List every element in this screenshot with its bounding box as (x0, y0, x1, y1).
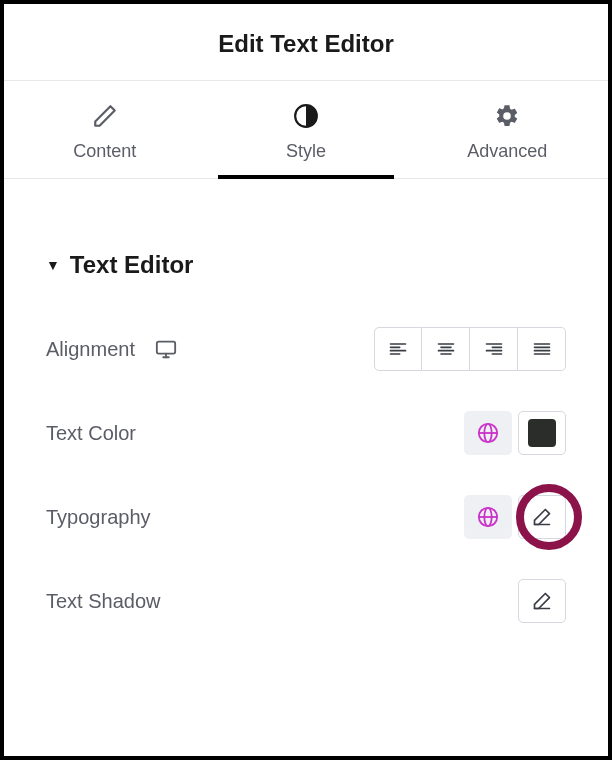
row-alignment: Alignment (46, 325, 566, 373)
tabs: Content Style Advanced (4, 81, 608, 179)
section-header[interactable]: ▼ Text Editor (46, 251, 566, 279)
text-shadow-edit-button[interactable] (518, 579, 566, 623)
color-picker-button[interactable] (518, 411, 566, 455)
alignment-label: Alignment (46, 338, 135, 361)
tab-label: Advanced (407, 141, 608, 162)
pencil-icon (532, 507, 552, 527)
typography-label: Typography (46, 506, 151, 529)
row-text-color: Text Color (46, 409, 566, 457)
gear-icon (407, 103, 608, 129)
style-panel: ▼ Text Editor Alignment (4, 179, 608, 625)
svg-rect-1 (157, 342, 175, 354)
align-left-button[interactable] (374, 327, 422, 371)
pencil-icon (532, 591, 552, 611)
panel-header: Edit Text Editor (4, 4, 608, 80)
text-color-label: Text Color (46, 422, 136, 445)
row-typography: Typography (46, 493, 566, 541)
section-title: Text Editor (70, 251, 194, 279)
editor-panel: Edit Text Editor Content Style Advanced … (0, 0, 612, 760)
globe-icon (477, 506, 499, 528)
align-right-button[interactable] (470, 327, 518, 371)
tab-label: Style (205, 141, 406, 162)
typography-edit-button[interactable] (518, 495, 566, 539)
global-color-button[interactable] (464, 411, 512, 455)
contrast-icon (205, 103, 406, 129)
tab-content[interactable]: Content (4, 81, 205, 178)
active-tab-indicator (218, 175, 394, 179)
row-text-shadow: Text Shadow (46, 577, 566, 625)
text-shadow-label: Text Shadow (46, 590, 161, 613)
tab-style[interactable]: Style (205, 81, 406, 178)
pencil-icon (4, 103, 205, 129)
global-typography-button[interactable] (464, 495, 512, 539)
align-justify-button[interactable] (518, 327, 566, 371)
caret-down-icon: ▼ (46, 257, 60, 273)
tab-label: Content (4, 141, 205, 162)
alignment-buttons (374, 327, 566, 371)
color-swatch (528, 419, 556, 447)
globe-icon (477, 422, 499, 444)
tab-advanced[interactable]: Advanced (407, 81, 608, 178)
desktop-icon[interactable] (155, 338, 177, 360)
align-center-button[interactable] (422, 327, 470, 371)
panel-title: Edit Text Editor (4, 30, 608, 58)
